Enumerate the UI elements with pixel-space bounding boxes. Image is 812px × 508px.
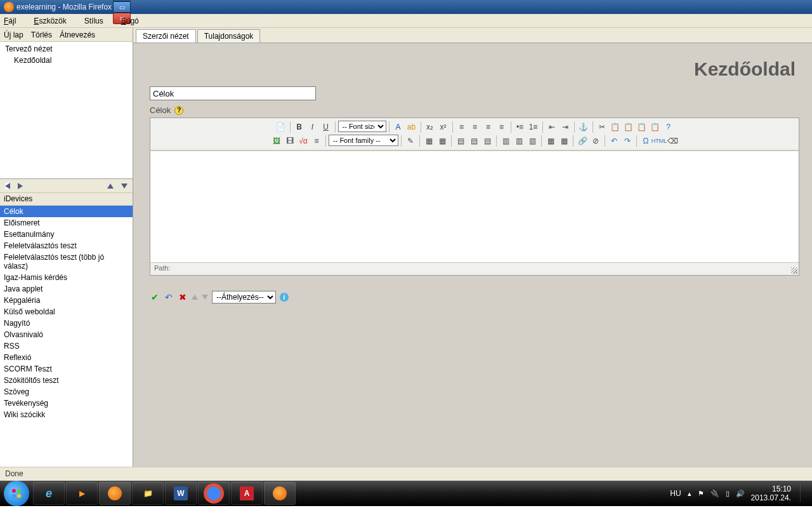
merge-cells-button[interactable]: ▦ [544,135,557,147]
delete-button[interactable]: Törlés [31,30,52,39]
idevice-item[interactable]: Szókitöltős teszt [0,375,133,386]
unlink-button[interactable]: ⊘ [589,135,602,147]
editor-textarea[interactable] [150,150,799,262]
idevice-item[interactable]: Szöveg [0,386,133,398]
move-select[interactable]: --Áthelyezés-- [212,291,276,304]
task-mediaplayer[interactable] [66,482,98,505]
media-button[interactable]: 🎞 [284,135,296,147]
image-button[interactable]: 🖼 [270,135,283,147]
idevice-item[interactable]: Célok [0,206,133,217]
menu-tools[interactable]: Eszközök [34,17,75,25]
newdoc-icon[interactable]: 📄 [275,121,287,133]
outline-tree[interactable]: Tervező nézet Kezdőoldal [0,42,133,179]
tree-root[interactable]: Tervező nézet [3,43,130,55]
idevice-item[interactable]: Képgaléria [0,295,133,306]
align-left-button[interactable]: ≡ [455,121,468,133]
row-after-button[interactable]: ▤ [468,135,480,147]
tray-arrow-icon[interactable]: ▴ [688,490,691,498]
confirm-icon[interactable]: ✔ [150,292,160,302]
split-cells-button[interactable]: ▦ [558,135,570,147]
superscript-button[interactable]: x² [437,121,450,133]
info-icon[interactable]: i [280,293,289,302]
table-row-button[interactable]: ▦ [436,135,449,147]
idevices-list[interactable]: CélokElőismeretEsettanulmányFeleletválas… [0,206,133,467]
idevice-item[interactable]: Wiki szócikk [0,409,133,420]
align-justify-button[interactable]: ≡ [495,121,508,133]
tab-properties[interactable]: Tulajdonságok [197,29,261,43]
task-chrome[interactable] [198,482,230,505]
idevice-item[interactable]: Reflexió [0,352,133,363]
tray-power-icon[interactable]: 🔌 [710,490,719,498]
idevice-item[interactable]: RSS [0,340,133,352]
new-tab-button[interactable]: Új lap [4,30,23,39]
move-down-icon[interactable] [121,184,128,189]
row-delete-button[interactable]: ▤ [481,135,494,147]
delete-icon[interactable]: ✖ [178,292,188,302]
col-after-button[interactable]: ▥ [513,135,525,147]
paste-text-button[interactable]: 📋 [636,121,648,133]
remove-format-button[interactable]: ⌫ [666,135,679,147]
tray-lang[interactable]: HU [670,489,681,498]
cleanup-button[interactable]: ✎ [404,135,417,147]
move-down-action[interactable] [202,295,208,300]
tray-network-icon[interactable]: ▯ [726,490,730,498]
idevice-item[interactable]: Feleletválasztós teszt (több jó válasz) [0,251,133,272]
tab-author[interactable]: Szerzői nézet [136,29,196,43]
task-explorer[interactable] [132,482,164,505]
tray-volume-icon[interactable]: 🔊 [736,490,745,498]
col-delete-button[interactable]: ▥ [526,135,539,147]
task-firefox-2[interactable] [264,482,296,505]
idevice-item[interactable]: Feleletválasztós teszt [0,240,133,251]
outdent-button[interactable]: ⇤ [546,121,558,133]
underline-button[interactable]: U [320,121,332,133]
charmap-button[interactable]: Ω [639,135,652,147]
align-right-button[interactable]: ≡ [482,121,495,133]
link-button[interactable]: 🔗 [576,135,589,147]
redo-button[interactable]: ↷ [621,135,634,147]
html-button[interactable]: HTML [653,135,665,147]
number-list-button[interactable]: 1≡ [527,121,540,133]
start-button[interactable] [4,481,29,506]
undo-button[interactable]: ↶ [608,135,620,147]
menu-help[interactable]: Súgó [121,17,148,25]
idevice-item[interactable]: Külső weboldal [0,306,133,318]
help-button[interactable]: ? [662,121,675,133]
task-adobe[interactable] [231,482,263,505]
forecolor-button[interactable]: A [392,121,405,133]
subscript-button[interactable]: x₂ [424,121,436,133]
idevice-title-input[interactable] [150,86,316,100]
rename-button[interactable]: Átnevezés [60,30,95,39]
bold-button[interactable]: B [293,121,306,133]
task-word[interactable] [165,482,197,505]
copy-button[interactable]: 📋 [609,121,622,133]
tray-flag-icon[interactable]: ⚑ [698,490,704,498]
maximize-button[interactable] [113,1,131,13]
attach-button[interactable]: ≡ [310,135,323,147]
tray-clock[interactable]: 15:10 2013.07.24. [751,485,791,502]
task-firefox[interactable] [99,482,131,505]
col-before-button[interactable]: ▥ [499,135,512,147]
move-up-icon[interactable] [107,184,114,189]
row-before-button[interactable]: ▤ [454,135,467,147]
menu-file[interactable]: Fájl [4,17,25,25]
tree-child[interactable]: Kezdőoldal [3,55,130,66]
idevice-item[interactable]: Java applet [0,283,133,295]
task-ie[interactable] [33,482,65,505]
font-size-select[interactable]: -- Font size -- [338,121,386,132]
math-button[interactable]: √α [297,135,310,147]
undo-icon[interactable]: ↶ [164,292,174,302]
menu-style[interactable]: Stílus [84,17,112,25]
idevice-item[interactable]: Esettanulmány [0,229,133,240]
anchor-button[interactable]: ⚓ [577,121,590,133]
cut-button[interactable]: ✂ [596,121,608,133]
italic-button[interactable]: I [306,121,319,133]
idevice-item[interactable]: Előismeret [0,217,133,229]
move-left-icon[interactable] [5,183,10,189]
align-center-button[interactable]: ≡ [469,121,481,133]
idevice-item[interactable]: Tevékenység [0,398,133,409]
idevice-item[interactable]: Nagyító [0,318,133,329]
highlight-button[interactable]: ab [405,121,418,133]
paste-button[interactable]: 📋 [622,121,635,133]
paste-word-button[interactable]: 📋 [649,121,662,133]
resize-grip[interactable] [791,267,797,274]
